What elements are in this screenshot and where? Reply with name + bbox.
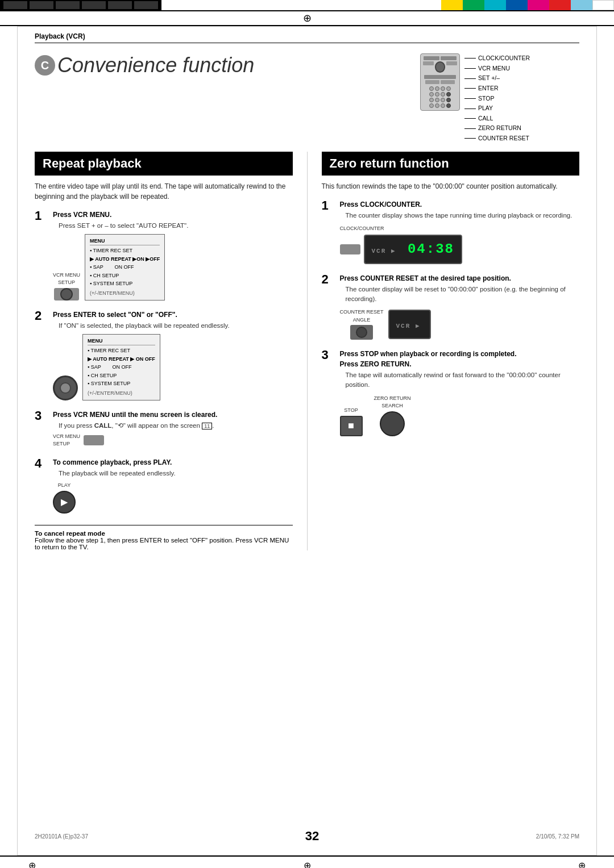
remote-circle-zero-return — [446, 98, 451, 102]
vcr-menu-text: VCR MENUSETUP — [53, 272, 80, 287]
cancel-note-bold: To cancel repeat mode — [35, 530, 105, 537]
remote-label-stop-text: STOP — [478, 95, 494, 103]
step-2-illustration: MENU ▪ TIMER REC SET ▶ AUTO REPEAT ▶ ON … — [53, 334, 293, 400]
remote-circle-7 — [441, 92, 445, 97]
repeat-playback-header: Repeat playback — [35, 152, 293, 176]
play-label-text: PLAY — [58, 482, 70, 490]
step-1-subtext: Press SET + or – to select "AUTO REPEAT"… — [53, 221, 293, 231]
rl-line-7 — [464, 118, 476, 119]
zero-step-2-illustration: COUNTER RESETANGLE VCR ▶ — [340, 308, 580, 340]
remote-diagram: CLOCK/COUNTER VCR MENU SET +/– ENTER — [420, 53, 579, 143]
title-c-icon: C — [35, 55, 55, 76]
bottom-cancel-note: To cancel repeat mode Follow the above s… — [35, 525, 293, 550]
zero-step-3-subtext: The tape will automatically rewind or fa… — [340, 370, 580, 390]
remote-circle-call — [446, 92, 451, 97]
step-num-1: 1 — [35, 210, 48, 301]
remote-label-counterreset-text: COUNTER RESET — [478, 135, 529, 143]
counter-reset-row: COUNTER RESETANGLE VCR ▶ — [340, 308, 580, 340]
remote-circle-4 — [446, 86, 451, 91]
rl-line-8 — [464, 128, 476, 129]
step-4-bold: To commence playback, press PLAY. — [53, 458, 172, 466]
enter-dial-inner — [60, 382, 71, 394]
zero-step-3-title: Press STOP when playback or recording is… — [340, 349, 580, 359]
remote-circle-15 — [441, 103, 445, 108]
remote-btn-enter — [424, 75, 456, 79]
rl-line-1 — [464, 58, 476, 59]
vcr-menu-btn-illus — [84, 435, 104, 445]
counter-reset-btn: COUNTER RESETANGLE — [340, 308, 384, 340]
call-bold: CALL — [94, 422, 112, 429]
step-2-content: Press ENTER to select "ON" or "OFF". If … — [53, 310, 293, 400]
rl-line-2 — [464, 68, 476, 69]
remote-label-zeroreturn: ZERO RETURN — [464, 124, 530, 132]
zero-return-btn-section: ZERO RETURNSEARCH — [374, 395, 411, 436]
bottom-crosshair-center: ⊕ — [304, 860, 311, 868]
column-divider — [307, 152, 308, 550]
menu-title-1: MENU — [90, 237, 160, 245]
remote-label-vcrmenu-text: VCR MENU — [478, 65, 510, 73]
step-3-title: Press VCR MENU until the menu screen is … — [53, 410, 293, 420]
remote-btn-play — [441, 80, 455, 84]
zero-step-3-bold2: Press ZERO RETURN. — [340, 360, 412, 368]
zero-step-2-content: Press COUNTER RESET at the desired tape … — [340, 273, 580, 340]
display-value-1: 04:38 — [408, 241, 454, 257]
play-btn-illus: ▶ — [53, 491, 76, 514]
zero-return-btn-illus — [380, 411, 405, 436]
remote-row-1 — [423, 56, 457, 60]
remote-circle-counter-reset — [446, 103, 451, 108]
bottom-crosshair-row: ⊕ ⊕ ⊕ — [0, 856, 614, 868]
top-crosshair-row: ⊕ — [0, 10, 614, 26]
enter-dial-illus — [53, 375, 78, 400]
step-num-3: 3 — [35, 410, 48, 448]
rl-line-6 — [464, 108, 476, 109]
menu-item-timer: ▪ TIMER REC SET — [90, 247, 160, 254]
menu-item-chsetup: ▪ CH SETUP — [90, 272, 160, 279]
zero-step-2: 2 Press COUNTER RESET at the desired tap… — [322, 273, 580, 340]
color-white — [592, 0, 614, 10]
remote-circle-11 — [441, 98, 445, 102]
menu-item-sap: ▪ SAP ON OFF — [90, 263, 160, 271]
remote-num-row-4 — [423, 103, 457, 108]
zero-step-2-subtext: The counter display will be reset to "00… — [340, 285, 580, 304]
remote-num-row-1 — [423, 86, 457, 91]
menu-item-syssetup: ▪ SYSTEM SETUP — [90, 279, 160, 287]
remote-num-row-3 — [423, 98, 457, 102]
black-block-2 — [30, 1, 53, 9]
counter-reset-illus — [350, 325, 373, 340]
remote-label-stop: STOP — [464, 95, 530, 103]
remote-num-rows — [423, 86, 457, 108]
remote-btn-wide-2 — [441, 56, 457, 60]
black-block-1 — [3, 1, 27, 9]
step-4-content: To commence playback, press PLAY. The pl… — [53, 457, 293, 514]
title-section: C Convenience function — [35, 48, 579, 143]
step-num-2: 2 — [35, 310, 48, 400]
remote-circle-10 — [435, 98, 439, 102]
step-num-4: 4 — [35, 457, 48, 514]
zero-step-1-content: Press CLOCK/COUNTER. The counter display… — [340, 199, 580, 264]
vcr-label-1: VCR ▶ — [372, 248, 396, 254]
top-bar — [0, 0, 614, 10]
menu-note-1: (+/-/ENTER/MENU) — [90, 289, 160, 297]
color-red — [549, 0, 571, 10]
menu-item-sap-2: ▪ SAP ON OFF — [88, 363, 155, 371]
zero-step-1-subtext: The counter display shows the tape runni… — [340, 211, 580, 220]
cancel-note-text: Follow the above step 1, then press ENTE… — [35, 537, 293, 550]
clock-counter-label: CLOCK/COUNTER — [340, 225, 580, 233]
remote-circle-5 — [429, 92, 434, 97]
footer-right: 2/10/05, 7:32 PM — [536, 833, 579, 840]
remote-label-setplus-text: SET +/– — [478, 74, 500, 82]
zero-step-3: 3 Press STOP when playback or recording … — [322, 349, 580, 436]
bottom-crosshair-right: ⊕ — [578, 860, 586, 868]
step-1-title: Press VCR MENU. — [53, 210, 293, 220]
crosshair-icon: ⊕ — [303, 12, 312, 24]
zero-return-intro: This function rewinds the tape to the "0… — [322, 181, 580, 191]
remote-btn-sm-1 — [423, 61, 434, 65]
cr-btn-circle — [356, 327, 367, 338]
remote-row-2 — [423, 61, 457, 73]
color-magenta — [528, 0, 549, 10]
page-content: Playback (VCR) C Convenience function — [17, 26, 597, 856]
menu-note-2: (+/-/ENTER/MENU) — [88, 389, 155, 397]
remote-label-play-text: PLAY — [478, 105, 493, 112]
remote-num-row-2 — [423, 92, 457, 97]
black-blocks — [0, 0, 161, 10]
